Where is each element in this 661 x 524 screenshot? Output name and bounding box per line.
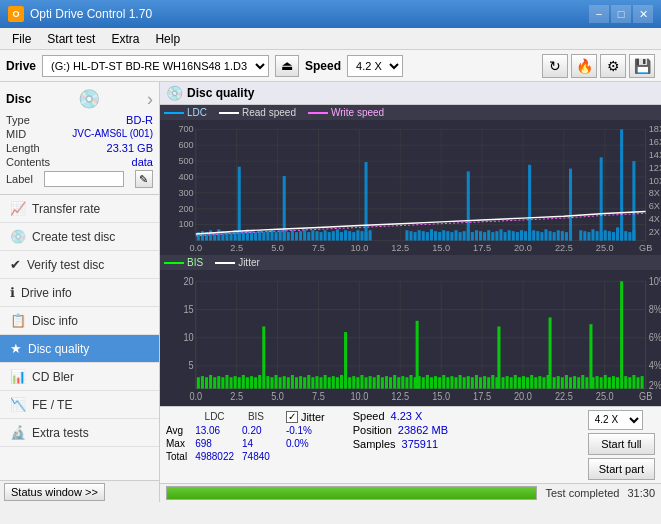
disc-mid-label: MID (6, 128, 26, 140)
svg-rect-74 (303, 229, 306, 240)
title-bar: O Opti Drive Control 1.70 − □ ✕ (0, 0, 661, 28)
sidebar-item-transfer-rate[interactable]: 📈 Transfer rate (0, 195, 159, 223)
menu-file[interactable]: File (4, 30, 39, 48)
svg-rect-280 (534, 378, 537, 389)
create-test-disc-icon: 💿 (10, 229, 26, 244)
disc-label-input[interactable] (44, 171, 124, 187)
svg-rect-238 (360, 375, 363, 389)
total-label: Total (166, 450, 195, 463)
start-part-button[interactable]: Start part (588, 458, 655, 480)
maximize-button[interactable]: □ (611, 5, 631, 23)
speed-select[interactable]: 4.2 X (347, 55, 403, 77)
disc-type-val: BD-R (126, 114, 153, 126)
burn-button[interactable]: 🔥 (571, 54, 597, 78)
svg-rect-247 (397, 378, 400, 389)
svg-rect-270 (491, 375, 494, 389)
svg-rect-204 (242, 375, 245, 389)
svg-rect-254 (426, 375, 429, 389)
menu-extra[interactable]: Extra (103, 30, 147, 48)
svg-rect-273 (506, 377, 509, 389)
drive-label: Drive (6, 59, 36, 73)
svg-rect-248 (401, 377, 404, 389)
bis-label: BIS (187, 257, 203, 268)
svg-rect-141 (591, 229, 594, 240)
write-speed-label: Write speed (331, 107, 384, 118)
svg-text:200: 200 (178, 204, 193, 214)
settings-button[interactable]: ⚙ (600, 54, 626, 78)
svg-rect-281 (538, 377, 541, 389)
lower-chart: 20 15 10 5 10% 8% 6% 4% 2% 0.0 2.5 5.0 7… (160, 270, 661, 405)
close-button[interactable]: ✕ (633, 5, 653, 23)
svg-text:12.5: 12.5 (391, 243, 409, 253)
menu-start-test[interactable]: Start test (39, 30, 103, 48)
status-window-button[interactable]: Status window >> (4, 483, 105, 501)
svg-rect-217 (270, 378, 273, 389)
svg-rect-131 (557, 230, 560, 240)
svg-text:600: 600 (178, 140, 193, 150)
start-buttons: 4.2 X Start full Start part (588, 410, 655, 480)
svg-rect-293 (591, 378, 594, 389)
svg-rect-291 (581, 375, 584, 389)
svg-rect-295 (600, 378, 603, 389)
svg-rect-120 (512, 231, 515, 240)
svg-rect-257 (438, 378, 441, 389)
sidebar-item-extra-tests[interactable]: 🔬 Extra tests (0, 419, 159, 447)
sidebar-item-drive-info[interactable]: ℹ Drive info (0, 279, 159, 307)
menu-help[interactable]: Help (147, 30, 188, 48)
svg-rect-59 (242, 232, 245, 240)
svg-text:10.0: 10.0 (350, 391, 368, 403)
svg-rect-110 (471, 232, 474, 240)
sidebar-item-disc-quality[interactable]: ★ Disc quality (0, 335, 159, 363)
svg-rect-203 (238, 378, 241, 389)
position-val: 23862 MB (398, 424, 448, 436)
svg-rect-250 (409, 375, 412, 389)
svg-text:22.5: 22.5 (555, 391, 573, 403)
svg-rect-196 (209, 375, 212, 389)
svg-text:14X: 14X (649, 151, 661, 161)
sidebar-item-verify-test-disc[interactable]: ✔ Verify test disc (0, 251, 159, 279)
stats-table: LDC BIS ✓ Jitter Avg 13.06 0.20 -0 (166, 410, 333, 463)
sidebar-item-create-test-disc[interactable]: 💿 Create test disc (0, 223, 159, 251)
svg-text:20.0: 20.0 (514, 243, 532, 253)
jitter-checkbox[interactable]: ✓ (286, 411, 298, 423)
svg-rect-111 (475, 230, 478, 240)
ldc-total: 4988022 (195, 450, 242, 463)
svg-text:7.5: 7.5 (312, 243, 325, 253)
disc-info-label: Disc info (32, 314, 78, 328)
sidebar-item-cd-bler[interactable]: 📊 CD Bler (0, 363, 159, 391)
svg-rect-67 (275, 232, 278, 240)
disc-label-edit-button[interactable]: ✎ (135, 170, 153, 188)
svg-rect-125 (532, 230, 535, 240)
drive-select[interactable]: (G:) HL-DT-ST BD-RE WH16NS48 1.D3 (42, 55, 269, 77)
app-title: Opti Drive Control 1.70 (30, 7, 152, 21)
ldc-label: LDC (187, 107, 207, 118)
svg-rect-265 (471, 378, 474, 389)
sidebar-item-disc-info[interactable]: 📋 Disc info (0, 307, 159, 335)
extra-tests-icon: 🔬 (10, 425, 26, 440)
svg-rect-252 (418, 377, 421, 389)
svg-rect-300 (624, 377, 627, 389)
start-full-button[interactable]: Start full (588, 433, 655, 455)
transfer-rate-icon: 📈 (10, 201, 26, 216)
cd-bler-icon: 📊 (10, 369, 26, 384)
svg-rect-140 (587, 232, 590, 240)
samples-label: Samples (353, 438, 396, 450)
save-button[interactable]: 💾 (629, 54, 655, 78)
svg-text:6X: 6X (649, 201, 660, 211)
sidebar-item-fe-te[interactable]: 📉 FE / TE (0, 391, 159, 419)
minimize-button[interactable]: − (589, 5, 609, 23)
svg-rect-193 (197, 378, 200, 389)
svg-rect-97 (418, 230, 421, 240)
svg-rect-65 (266, 231, 269, 240)
disc-section-label: Disc (6, 92, 31, 106)
svg-rect-136 (528, 165, 531, 241)
refresh-button[interactable]: ↻ (542, 54, 568, 78)
content-area: 💿 Disc quality LDC Read speed Write spee… (160, 82, 661, 502)
bis-avg: 0.20 (242, 424, 278, 437)
svg-rect-117 (499, 229, 502, 240)
svg-rect-90 (369, 230, 372, 240)
ldc-col-header: LDC (195, 410, 242, 424)
svg-rect-267 (479, 378, 482, 389)
eject-button[interactable]: ⏏ (275, 55, 299, 77)
speed-dropdown[interactable]: 4.2 X (588, 410, 643, 430)
